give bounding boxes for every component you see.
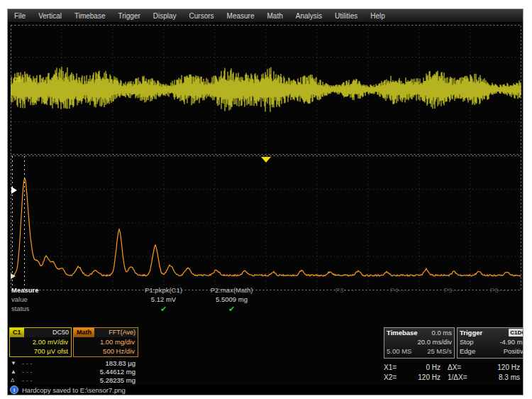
- x2-label: X2=: [384, 373, 404, 383]
- math-descriptor-box[interactable]: Math FFT(Ave) 1.00 mg/div 500 Hz/div: [73, 327, 138, 357]
- c1-offset: 700 µV ofst: [10, 346, 71, 356]
- timebase-title: Timebase: [387, 328, 418, 337]
- measure-p2[interactable]: P2:max(Math) 5.5009 mg ✔: [198, 286, 265, 314]
- p2-label: P2:max(Math): [198, 286, 265, 295]
- measure-p1[interactable]: P1:pkpk(C1) 5.12 mV ✔: [130, 286, 197, 314]
- status-row-label: status: [11, 305, 29, 312]
- invdx-value: 8.3 ms: [477, 373, 520, 383]
- math-vertical-scale: 1.00 mg/div: [74, 337, 138, 346]
- cursor-row-2: ▲ - - - 5.44612 mg: [9, 367, 138, 376]
- p1-value: 5.12 mV: [130, 295, 197, 305]
- p5-label: P5- - -: [425, 286, 482, 295]
- p4-label: P4- - -: [371, 286, 428, 295]
- menu-analysis[interactable]: Analysis: [289, 11, 328, 21]
- menu-file[interactable]: File: [8, 11, 32, 21]
- measure-row-label: Measure: [11, 286, 39, 294]
- p3-label: P3- - -: [316, 286, 373, 295]
- math-function: FFT(Ave): [94, 328, 138, 337]
- cursor-down-icon: ▼: [9, 360, 22, 366]
- c1-channel-tab: C1: [10, 328, 24, 337]
- trigger-level: -4.90 mV: [499, 337, 523, 346]
- x1-label: X1=: [384, 363, 404, 373]
- x1-value: 0 Hz: [404, 363, 440, 373]
- oscilloscope-screen: File Vertical Timebase Trigger Display C…: [7, 9, 523, 395]
- delta-c1-value: - - -: [22, 376, 52, 384]
- math-tab: Math: [74, 328, 94, 337]
- menu-bar: File Vertical Timebase Trigger Display C…: [8, 9, 523, 23]
- timebase-samples: 5.00 MS: [387, 346, 411, 356]
- cursor1-math-value: 183.83 µg: [52, 359, 138, 367]
- menu-utilities[interactable]: Utilities: [328, 11, 364, 21]
- cursor-up-icon: ▲: [9, 368, 22, 375]
- p6-label: P6- - -: [476, 286, 523, 295]
- measure-p3[interactable]: P3- - -: [316, 286, 373, 295]
- trigger-title: Trigger: [460, 328, 482, 337]
- measure-p6[interactable]: P6- - -: [476, 286, 523, 295]
- c1-descriptor-box[interactable]: C1 DC50 2.00 mV/div 700 µV ofst: [9, 327, 72, 357]
- dx-value: 120 Hz: [477, 363, 520, 373]
- trigger-box[interactable]: Trigger C1DC Stop -4.90 mV Edge Positive: [457, 327, 523, 359]
- c1-coupling: DC50: [24, 328, 71, 337]
- timebase-scale: 20.0 ms/div: [417, 337, 452, 346]
- info-icon: i: [10, 386, 18, 394]
- p1-status-check-icon: ✔: [130, 305, 197, 314]
- status-message: Hardcopy saved to E:\sensor7.png: [22, 386, 126, 394]
- math-horizontal-scale: 500 Hz/div: [74, 346, 138, 356]
- menu-help[interactable]: Help: [364, 11, 392, 21]
- measure-p4[interactable]: P4- - -: [371, 286, 428, 295]
- c1-vertical-scale: 2.00 mV/div: [10, 337, 71, 346]
- cursor-row-1: ▼ - - - 183.83 µg: [9, 359, 138, 367]
- measure-p5[interactable]: P5- - -: [425, 286, 482, 295]
- timebase-box[interactable]: Timebase 0.0 ms 20.0 ms/div 5.00 MS 25 M…: [384, 327, 455, 359]
- trigger-source-badge: C1DC: [509, 329, 523, 337]
- c1-noise-trace: [11, 67, 521, 112]
- p2-status-check-icon: ✔: [198, 305, 265, 314]
- trigger-position-marker[interactable]: [261, 157, 271, 163]
- cursor-value-table: ▼ - - - 183.83 µg ▲ - - - 5.44612 mg Δ -…: [9, 359, 138, 384]
- value-row-label: value: [11, 295, 28, 303]
- menu-measure[interactable]: Measure: [221, 11, 261, 21]
- invdx-label: 1/ΔX=: [448, 373, 477, 383]
- waveform-display: C1: [11, 25, 521, 293]
- p1-label: P1:pkpk(C1): [130, 286, 197, 295]
- menu-trigger[interactable]: Trigger: [111, 11, 146, 21]
- dx-label: ΔX=: [448, 363, 477, 373]
- menu-vertical[interactable]: Vertical: [32, 11, 68, 21]
- status-bar: i Hardcopy saved to E:\sensor7.png: [8, 385, 523, 395]
- timebase-delay: 0.0 ms: [431, 328, 452, 337]
- c1-trace-label: C1: [13, 76, 21, 83]
- x2-value: 120 Hz: [404, 373, 440, 383]
- measure-table: Measure value status P1:pkpk(C1) 5.12 mV…: [8, 286, 523, 320]
- cursor2-c1-value: - - -: [22, 368, 52, 376]
- menu-display[interactable]: Display: [147, 11, 183, 21]
- trigger-mode: Stop: [460, 337, 474, 346]
- page: File Vertical Timebase Trigger Display C…: [0, 0, 532, 399]
- menu-timebase[interactable]: Timebase: [68, 11, 112, 21]
- p2-value: 5.5009 mg: [198, 295, 265, 305]
- cursor-delta-icon: Δ: [9, 377, 22, 383]
- cursor-readout: X1= 0 Hz ΔX= 120 Hz X2= 120 Hz 1/ΔX= 8.3…: [384, 363, 523, 383]
- timebase-rate: 25 MS/s: [427, 346, 452, 356]
- delta-math-value: 5.28235 mg: [52, 376, 138, 384]
- cursor-peak-marker: [11, 187, 17, 194]
- menu-math[interactable]: Math: [261, 11, 289, 21]
- cursor-row-delta: Δ - - - 5.28235 mg: [9, 376, 138, 384]
- menu-cursors[interactable]: Cursors: [183, 11, 221, 21]
- trigger-type: Edge: [460, 346, 475, 356]
- cursor2-math-value: 5.44612 mg: [52, 368, 138, 376]
- cursor1-c1-value: - - -: [22, 359, 52, 367]
- trigger-slope: Positive: [504, 346, 523, 356]
